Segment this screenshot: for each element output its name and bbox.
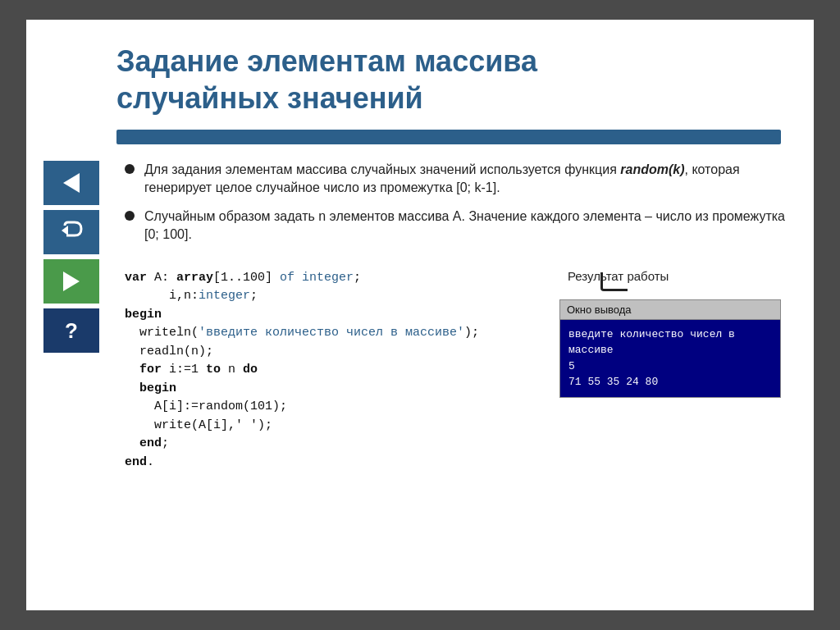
output-line-2: 5 — [568, 358, 772, 375]
output-titlebar: Окно вывода — [560, 300, 780, 320]
undo-icon — [57, 217, 86, 247]
play-icon — [57, 267, 86, 296]
bullet-item-1: Для задания элементам массива случайных … — [125, 161, 789, 198]
code-line-11: end. — [125, 454, 543, 472]
bullet-text-2: Случайным образом задать n элементов мас… — [144, 208, 789, 244]
code-line-9: write(A[i],' '); — [125, 417, 543, 436]
bullet-list: Для задания элементам массива случайных … — [125, 161, 789, 254]
output-line-1: введите количество чисел в массиве — [568, 326, 772, 358]
svg-text:?: ? — [65, 318, 78, 343]
output-content: введите количество чисел в массиве 5 71 … — [560, 320, 780, 397]
back-icon — [57, 168, 86, 198]
code-output-container: var A: array[1..100] of integer; i,n:int… — [125, 269, 789, 602]
main-content: Для задания элементам массива случайных … — [116, 144, 814, 610]
code-block: var A: array[1..100] of integer; i,n:int… — [125, 269, 543, 602]
help-button[interactable]: ? — [43, 308, 99, 353]
svg-marker-0 — [63, 173, 80, 193]
code-line-3: begin — [125, 306, 543, 325]
slide-title: Задание элементам массива случайных знач… — [116, 43, 781, 116]
question-icon: ? — [57, 316, 86, 345]
title-line2: случайных значений — [116, 81, 423, 115]
code-line-6: for i:=1 to n do — [125, 361, 543, 380]
code-line-7: begin — [125, 380, 543, 399]
svg-marker-1 — [62, 226, 68, 235]
output-area: Результат работы Окно вывода введите кол… — [559, 269, 789, 602]
code-line-4: writeln('введите количество чисел в масс… — [125, 324, 543, 343]
title-divider — [116, 130, 781, 144]
title-area: Задание элементам массива случайных знач… — [26, 20, 814, 130]
output-line-3: 71 55 35 24 80 — [568, 374, 772, 390]
result-label: Результат работы — [568, 269, 669, 283]
left-navigation: ? — [26, 144, 116, 610]
code-line-5: readln(n); — [125, 343, 543, 362]
back-button[interactable] — [43, 161, 99, 205]
code-line-10: end; — [125, 435, 543, 454]
bullet-dot-1 — [125, 164, 135, 174]
code-line-2: i,n:integer; — [125, 287, 543, 306]
bullet-dot-2 — [125, 211, 135, 221]
title-line1: Задание элементам массива — [116, 44, 537, 78]
bullet-item-2: Случайным образом задать n элементов мас… — [125, 208, 789, 244]
code-line-8: A[i]:=random(101); — [125, 398, 543, 417]
home-button[interactable] — [43, 210, 99, 254]
bullet-text-1: Для задания элементам массива случайных … — [144, 161, 789, 198]
play-button[interactable] — [43, 259, 99, 304]
code-line-1: var A: array[1..100] of integer; — [125, 269, 543, 288]
slide: Задание элементам массива случайных знач… — [26, 20, 814, 610]
svg-marker-2 — [63, 272, 80, 291]
content-area: ? Для задания элементам массива случайны… — [26, 144, 814, 610]
output-window: Окно вывода введите количество чисел в м… — [559, 299, 781, 398]
